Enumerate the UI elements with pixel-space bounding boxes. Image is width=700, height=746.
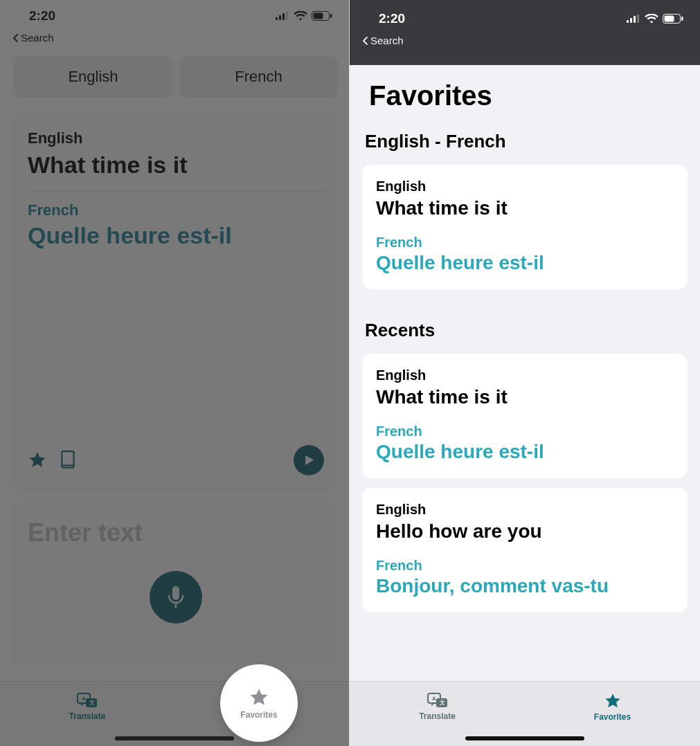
star-icon [28,451,47,470]
svg-rect-17 [637,15,639,23]
svg-rect-3 [286,12,288,20]
status-icons [276,11,332,21]
microphone-button[interactable] [150,571,202,624]
back-to-search[interactable]: Search [0,32,349,48]
item-source-lang: English [376,367,674,383]
svg-rect-19 [665,16,674,22]
target-language-selector[interactable]: French [179,56,338,98]
translation-card: English What time is it French Quelle he… [14,110,338,491]
chevron-left-icon [362,37,369,45]
recent-item[interactable]: English What time is it French Quelle he… [362,354,688,478]
favorites-scroll-area[interactable]: Favorites English - French English What … [350,65,700,746]
item-target-text: Quelle heure est-il [376,252,674,274]
book-icon [60,451,78,470]
dictionary-button[interactable] [60,451,78,470]
item-target-lang: French [376,558,674,574]
item-source-text: What time is it [376,197,674,219]
language-pair-heading: English - French [350,121,700,159]
home-indicator[interactable] [115,736,234,740]
item-target-text: Bonjour, comment vas-tu [376,575,674,597]
status-time: 2:20 [29,8,55,24]
svg-rect-16 [634,16,636,23]
card-target-lang: French [28,201,324,219]
tab-translate[interactable]: A文 Translate [0,682,174,732]
card-divider [28,191,324,192]
card-target-text: Quelle heure est-il [28,222,324,249]
back-to-search[interactable]: Search [350,35,700,51]
svg-rect-15 [630,18,632,23]
favorites-tab-highlight[interactable]: Favorites [220,664,298,742]
svg-text:文: 文 [89,700,95,706]
svg-rect-8 [172,586,179,600]
play-icon [303,454,315,466]
card-source-lang: English [28,129,324,147]
item-source-text: What time is it [376,386,674,408]
item-target-lang: French [376,424,674,439]
svg-rect-1 [279,15,281,20]
star-icon [604,692,622,710]
cellular-icon [627,15,640,23]
item-source-lang: English [376,179,674,194]
cellular-icon [276,12,289,20]
tab-translate[interactable]: A文 Translate [350,682,525,732]
svg-rect-2 [282,13,285,20]
tab-translate-label: Translate [69,711,106,721]
chevron-left-icon [12,34,19,42]
source-language-selector[interactable]: English [14,56,172,98]
back-label: Search [370,35,404,46]
microphone-icon [166,585,186,610]
translate-icon: A文 [77,693,98,709]
back-label: Search [21,32,54,44]
svg-text:文: 文 [439,700,445,706]
battery-icon [663,14,683,24]
svg-rect-6 [330,14,332,18]
phone-left-screen: 2:20 Search English French English What … [0,0,350,746]
svg-text:A: A [82,695,86,702]
status-icons [627,14,683,24]
svg-text:A: A [432,695,436,702]
star-icon [249,687,269,708]
home-indicator[interactable] [465,736,584,740]
favorite-item[interactable]: English What time is it French Quelle he… [362,165,688,289]
favorite-button[interactable] [28,451,47,470]
page-title: Favorites [350,65,700,121]
favorites-highlight-label: Favorites [240,710,277,720]
phone-right-screen: 2:20 Search Favorites English - French E [350,0,700,746]
tab-favorites[interactable]: Favorites [525,682,700,732]
status-time: 2:20 [379,11,405,26]
text-input-area[interactable]: Enter text [14,502,338,661]
play-button[interactable] [294,445,324,475]
translate-icon: A文 [427,693,448,709]
item-target-lang: French [376,235,674,251]
source-language-label: English [68,68,118,86]
item-source-lang: English [376,502,674,518]
item-target-text: Quelle heure est-il [376,441,674,463]
wifi-icon [645,14,658,24]
wifi-icon [294,11,307,21]
card-source-text: What time is it [28,152,324,179]
svg-rect-14 [627,20,629,23]
recent-item[interactable]: English Hello how are you French Bonjour… [362,488,688,612]
target-language-label: French [235,68,282,86]
tab-favorites-label: Favorites [594,712,631,722]
svg-rect-5 [314,13,323,19]
item-source-text: Hello how are you [376,520,674,543]
recents-heading: Recents [350,299,700,348]
svg-rect-0 [276,17,278,20]
status-bar: 2:20 [350,0,700,35]
status-bar: 2:20 [0,0,349,32]
svg-rect-20 [681,17,683,21]
battery-icon [312,11,332,21]
input-placeholder: Enter text [28,518,324,547]
tab-translate-label: Translate [419,711,456,721]
